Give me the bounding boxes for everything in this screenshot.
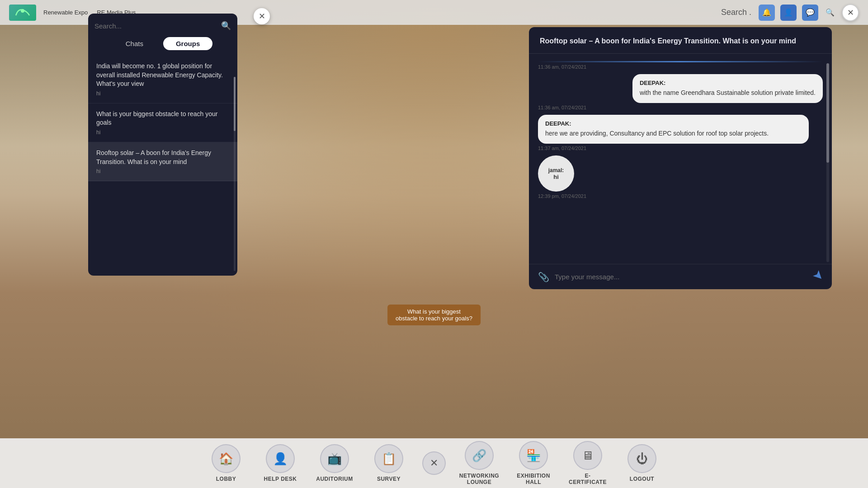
- message-3-wrapper: jamal: hi: [538, 155, 823, 192]
- chat-scrollbar-thumb: [234, 77, 236, 131]
- chat-list: India will become no. 1 global position …: [88, 56, 237, 276]
- message-3-timestamp: 12:39 pm, 07/24/2021: [538, 193, 823, 199]
- nav-lobby[interactable]: 🏠 LOBBY: [199, 441, 253, 486]
- chat-item-2-title: What is your biggest obstacle to reach y…: [96, 110, 229, 127]
- message-1-timestamp: 11:36 am, 07/24/2021: [538, 105, 823, 110]
- chat-item-2[interactable]: What is your biggest obstacle to reach y…: [88, 103, 237, 142]
- auditorium-label-text: AUDITORIUM: [316, 476, 353, 482]
- nav-logout[interactable]: ⏻ LOGOUT: [615, 441, 669, 486]
- exhibition-label-text: EXHIBITIONHALL: [517, 473, 550, 485]
- nav-ecertificate[interactable]: 🖥 E-CERTIFICATE: [561, 441, 615, 486]
- lobby-question-label: What is your biggestobstacle to reach yo…: [387, 305, 481, 325]
- attach-icon[interactable]: 📎: [538, 272, 549, 282]
- message-2-text: here we are providing, Consultancy and E…: [545, 129, 802, 138]
- chat-search-area: 🔍: [88, 14, 237, 35]
- networking-icon: 🔗: [465, 441, 494, 470]
- message-2-sender: DEEPAK:: [545, 120, 802, 127]
- chat-item-3[interactable]: Rooftop solar – A boon for India's Energ…: [88, 142, 237, 181]
- chat-item-2-preview: hi: [96, 129, 229, 136]
- chat-item-1[interactable]: India will become no. 1 global position …: [88, 56, 237, 103]
- message-1: DEEPAK: with the name Greendhara Sustain…: [632, 74, 823, 103]
- chat-item-3-preview: hi: [96, 168, 229, 174]
- chat-panel: 🔍 Chats Groups India will become no. 1 g…: [88, 14, 237, 276]
- convo-divider-timestamp: 11:36 am, 07/24/2021: [538, 64, 823, 70]
- chat-search-input[interactable]: [94, 22, 217, 30]
- chat-item-1-preview: hi: [96, 90, 229, 97]
- nav-survey[interactable]: 📋 SURVEY: [362, 441, 416, 486]
- top-close-btn[interactable]: ✕: [842, 4, 859, 21]
- logo[interactable]: [9, 5, 36, 21]
- chat-item-3-title: Rooftop solar – A boon for India's Energ…: [96, 149, 229, 166]
- chat-tabs: Chats Groups: [88, 35, 237, 56]
- message-3: jamal: hi: [538, 155, 574, 192]
- svg-point-0: [21, 9, 24, 13]
- message-3-sender: jamal:: [548, 167, 564, 174]
- convo-scrollbar-thumb: [826, 63, 829, 163]
- message-2-timestamp: 11:37 am, 07/24/2021: [538, 145, 823, 151]
- search-icon[interactable]: 🔍: [221, 21, 231, 31]
- convo-title: Rooftop solar – A boon for India's Energ…: [540, 36, 821, 46]
- nav-close-wrapper: ✕: [416, 441, 452, 486]
- lobby-label-text: LOBBY: [216, 476, 236, 482]
- convo-panel: Rooftop solar – A boon for India's Energ…: [529, 27, 832, 289]
- logout-label-text: LOGOUT: [630, 476, 654, 482]
- survey-label-text: SURVEY: [377, 476, 401, 482]
- message-3-text: hi: [553, 174, 559, 180]
- tab-groups[interactable]: Groups: [163, 37, 212, 50]
- survey-icon: 📋: [374, 444, 403, 473]
- top-bar-icons: 🔔 👤 💬 🔍 ✕: [759, 4, 859, 21]
- send-icon[interactable]: [810, 269, 826, 285]
- nav-link-expo[interactable]: Renewable Expo: [43, 9, 88, 16]
- convo-header: Rooftop solar – A boon for India's Energ…: [529, 27, 832, 54]
- chat-icon-btn[interactable]: 💬: [802, 5, 818, 21]
- lobby-icon: 🏠: [212, 444, 241, 473]
- message-1-sender: DEEPAK:: [640, 80, 816, 86]
- nav-helpdesk[interactable]: 👤 HELP DESK: [253, 441, 307, 486]
- bottom-nav: 🏠 LOBBY 👤 HELP DESK 📺 AUDITORIUM 📋 SURVE…: [0, 438, 868, 488]
- chat-scrollbar-track: [234, 77, 236, 271]
- exhibition-icon: 🏪: [519, 441, 548, 470]
- helpdesk-label-text: HELP DESK: [264, 476, 297, 482]
- ecertificate-label-text: E-CERTIFICATE: [569, 473, 607, 485]
- convo-close-btn[interactable]: ✕: [254, 8, 270, 24]
- message-2: DEEPAK: here we are providing, Consultan…: [538, 115, 809, 144]
- nav-close-btn[interactable]: ✕: [422, 451, 446, 475]
- search-icon-btn[interactable]: 🔍: [824, 6, 836, 19]
- chat-item-1-title: India will become no. 1 global position …: [96, 62, 229, 89]
- logout-icon: ⏻: [627, 444, 656, 473]
- tab-chats[interactable]: Chats: [113, 37, 156, 50]
- bell-icon-btn[interactable]: 🔔: [759, 5, 775, 21]
- user-icon-btn[interactable]: 👤: [780, 5, 797, 21]
- message-input[interactable]: [555, 273, 807, 281]
- helpdesk-icon: 👤: [266, 444, 295, 473]
- convo-input-area: 📎: [529, 264, 832, 289]
- auditorium-icon: 📺: [320, 444, 349, 473]
- nav-exhibition[interactable]: 🏪 EXHIBITIONHALL: [506, 441, 561, 486]
- convo-scrollbar-track: [826, 63, 829, 262]
- networking-label-text: NETWORKINGLOUNGE: [459, 473, 499, 485]
- nav-auditorium[interactable]: 📺 AUDITORIUM: [307, 441, 362, 486]
- message-1-text: with the name Greendhara Sustainable sol…: [640, 88, 816, 98]
- convo-divider: [538, 61, 823, 62]
- convo-messages: 11:36 am, 07/24/2021 DEEPAK: with the na…: [529, 54, 832, 264]
- nav-networking[interactable]: 🔗 NETWORKINGLOUNGE: [452, 441, 506, 486]
- search-label: Search .: [721, 8, 751, 17]
- top-search-area: Search .: [721, 8, 751, 17]
- ecertificate-icon: 🖥: [573, 441, 602, 470]
